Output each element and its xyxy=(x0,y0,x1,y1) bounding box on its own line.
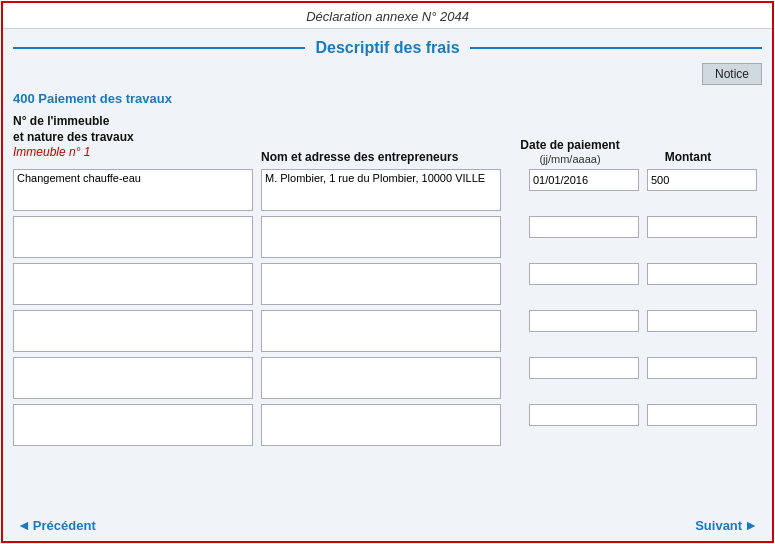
date-montant-pair-4 xyxy=(515,357,757,399)
column-headers: N° de l'immeuble et nature des travaux I… xyxy=(13,114,762,165)
col-header-nom: Nom et adresse des entrepreneurs xyxy=(261,150,501,166)
header-bar: Déclaration annexe N° 2044 xyxy=(3,3,772,29)
montant-input-3[interactable] xyxy=(647,310,757,332)
title-line-left xyxy=(13,47,305,49)
immeuble-input-0[interactable] xyxy=(13,169,253,211)
next-button[interactable]: Suivant ► xyxy=(695,517,758,533)
dm-row-5 xyxy=(515,404,757,426)
dm-row-0 xyxy=(515,169,757,191)
montant-input-2[interactable] xyxy=(647,263,757,285)
immeuble-input-3[interactable] xyxy=(13,310,253,352)
immeuble-input-1[interactable] xyxy=(13,216,253,258)
immeuble-input-5[interactable] xyxy=(13,404,253,446)
main-container: Déclaration annexe N° 2044 Descriptif de… xyxy=(1,1,774,543)
montant-input-1[interactable] xyxy=(647,216,757,238)
date-input-0[interactable] xyxy=(529,169,639,191)
col-header-immeuble: N° de l'immeuble et nature des travaux I… xyxy=(13,114,253,165)
date-montant-pair-5 xyxy=(515,404,757,446)
date-montant-pair-1 xyxy=(515,216,757,258)
dm-row-4 xyxy=(515,357,757,379)
declaration-title: Déclaration annexe N° 2044 xyxy=(306,9,469,24)
dm-row-2 xyxy=(515,263,757,285)
date-input-5[interactable] xyxy=(529,404,639,426)
table-row xyxy=(13,216,762,258)
nom-input-1[interactable] xyxy=(261,216,501,258)
notice-button[interactable]: Notice xyxy=(702,63,762,85)
prev-button[interactable]: ◄ Précédent xyxy=(17,517,96,533)
nom-input-5[interactable] xyxy=(261,404,501,446)
table-row xyxy=(13,404,762,446)
table-row xyxy=(13,263,762,305)
table-row xyxy=(13,310,762,352)
dm-row-1 xyxy=(515,216,757,238)
date-montant-pair-0 xyxy=(515,169,757,211)
date-montant-pair-3 xyxy=(515,310,757,352)
montant-input-4[interactable] xyxy=(647,357,757,379)
col-header-montant: Montant xyxy=(633,150,743,166)
col-header-date: Date de paiement (jj/mm/aaaa) xyxy=(515,138,625,166)
section-title-bar: Descriptif des frais xyxy=(13,29,762,63)
section-title: Descriptif des frais xyxy=(315,39,459,57)
table-row xyxy=(13,357,762,399)
montant-input-5[interactable] xyxy=(647,404,757,426)
rows-area xyxy=(13,169,762,507)
bottom-nav: ◄ Précédent Suivant ► xyxy=(3,507,772,541)
section-400-title: 400 Paiement des travaux xyxy=(13,91,762,106)
table-row xyxy=(13,169,762,211)
dm-row-3 xyxy=(515,310,757,332)
next-arrow-icon: ► xyxy=(744,517,758,533)
montant-input-0[interactable] xyxy=(647,169,757,191)
main-content: Descriptif des frais Notice 400 Paiement… xyxy=(3,29,772,507)
next-label: Suivant xyxy=(695,518,742,533)
date-input-3[interactable] xyxy=(529,310,639,332)
nom-input-2[interactable] xyxy=(261,263,501,305)
title-line-right xyxy=(470,47,762,49)
prev-label: Précédent xyxy=(33,518,96,533)
date-input-1[interactable] xyxy=(529,216,639,238)
date-montant-pair-2 xyxy=(515,263,757,305)
date-input-2[interactable] xyxy=(529,263,639,285)
notice-row: Notice xyxy=(13,63,762,85)
immeuble-input-4[interactable] xyxy=(13,357,253,399)
nom-input-0[interactable] xyxy=(261,169,501,211)
nom-input-3[interactable] xyxy=(261,310,501,352)
nom-input-4[interactable] xyxy=(261,357,501,399)
date-input-4[interactable] xyxy=(529,357,639,379)
prev-arrow-icon: ◄ xyxy=(17,517,31,533)
immeuble-input-2[interactable] xyxy=(13,263,253,305)
